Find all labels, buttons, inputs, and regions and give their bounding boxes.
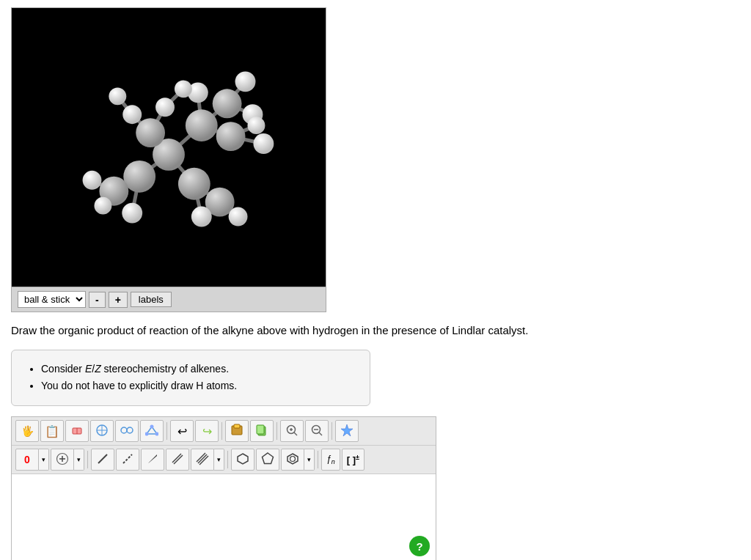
svg-point-42: [122, 105, 142, 124]
atom-selector: 0 ▾: [15, 449, 49, 471]
sep1: [166, 422, 167, 440]
circle-ring-button[interactable]: [281, 449, 304, 471]
svg-point-39: [229, 207, 248, 226]
single-bond-icon: [96, 452, 109, 468]
bold-bond-button[interactable]: [141, 449, 164, 471]
ring-selector: ▾: [281, 449, 315, 471]
undo-button[interactable]: ↩: [170, 420, 194, 442]
dashed-bond-button[interactable]: [116, 449, 139, 471]
bracket-button[interactable]: [ ]±: [342, 449, 364, 471]
svg-point-35: [253, 133, 274, 154]
eraser-icon: [70, 424, 84, 439]
svg-point-45: [175, 80, 192, 97]
hand-icon: 🖐: [21, 425, 34, 437]
pentagon-ring-button[interactable]: [256, 449, 279, 471]
svg-marker-82: [238, 454, 248, 464]
clean-button[interactable]: [335, 420, 359, 442]
hand-tool-button[interactable]: 🖐: [15, 420, 39, 442]
hint-item-1: Consider E/Z stereochemistry of alkenes.: [41, 361, 355, 378]
help-button[interactable]: ?: [409, 536, 430, 556]
template-icon: [230, 424, 243, 439]
molecule-viewer: ball & stick spacefill wireframe stick -…: [11, 7, 326, 312]
toolbar-row-1: 🖐 📋: [12, 417, 436, 446]
svg-point-85: [290, 456, 296, 461]
compass-icon: [95, 424, 109, 439]
charge-selector: ▾: [51, 449, 84, 471]
drawing-area: 🖐 📋: [11, 416, 436, 560]
draw-canvas[interactable]: ?: [12, 474, 436, 560]
question-text: Draw the organic product of reaction of …: [11, 323, 740, 339]
bracket-icon: [ ]±: [347, 454, 359, 465]
svg-point-43: [109, 87, 126, 105]
clipboard-button[interactable]: 📋: [40, 420, 64, 442]
svg-point-41: [94, 197, 111, 215]
double-bond-button[interactable]: [166, 449, 189, 471]
hint-item-2: You do not have to explicitly draw H ato…: [41, 377, 355, 395]
pentagon-icon: [261, 452, 274, 468]
svg-point-28: [213, 89, 242, 118]
toolbar-row-2: 0 ▾ ▾: [12, 446, 436, 474]
view-mode-select[interactable]: ball & stick spacefill wireframe stick: [18, 291, 86, 308]
subscript-button[interactable]: ƒn: [321, 449, 340, 471]
template-button[interactable]: [225, 420, 249, 442]
sep2: [221, 422, 222, 440]
clean-icon: [340, 424, 353, 439]
charge-dropdown-arrow[interactable]: ▾: [74, 449, 84, 471]
svg-line-74: [98, 454, 107, 463]
sep5: [87, 451, 88, 468]
molecule-canvas: [12, 8, 326, 287]
zoom-out-tool-button[interactable]: [305, 420, 329, 442]
hexagon-icon: [236, 452, 249, 468]
compass-button[interactable]: [90, 420, 114, 442]
hint-box: Consider E/Z stereochemistry of alkenes.…: [11, 350, 370, 407]
copy-icon: [255, 424, 268, 439]
svg-point-38: [191, 207, 212, 227]
svg-point-29: [216, 122, 246, 151]
svg-point-40: [83, 171, 102, 190]
zoom-in-button[interactable]: +: [109, 292, 128, 308]
double-bond-icon: [171, 452, 184, 468]
sep4: [331, 422, 332, 440]
svg-point-27: [136, 118, 165, 147]
sep7: [318, 451, 318, 468]
svg-line-64: [294, 432, 297, 435]
charge-plus-button[interactable]: [51, 449, 74, 471]
copy-button[interactable]: [250, 420, 274, 442]
ring-dropdown-arrow[interactable]: ▾: [304, 449, 315, 471]
svg-line-75: [123, 454, 132, 463]
zoom-out-button[interactable]: -: [89, 292, 106, 308]
svg-marker-84: [287, 454, 298, 464]
hint-list: Consider E/Z stereochemistry of alkenes.…: [26, 361, 355, 396]
subscript-icon: ƒn: [326, 454, 335, 465]
svg-point-44: [155, 97, 175, 117]
svg-point-24: [186, 109, 218, 141]
svg-point-36: [247, 117, 265, 134]
chain-tool-button[interactable]: [115, 420, 139, 442]
circle-ring-icon: [286, 452, 299, 468]
svg-point-33: [235, 71, 256, 92]
svg-marker-76: [148, 454, 157, 463]
svg-point-26: [178, 168, 210, 200]
triple-bond-button[interactable]: [191, 449, 214, 471]
chain-icon: [120, 424, 133, 439]
sep6: [227, 451, 228, 468]
molecule-toolbar: ball & stick spacefill wireframe stick -…: [12, 287, 326, 312]
atom-c-label: 0: [24, 454, 30, 465]
atom-dropdown-arrow[interactable]: ▾: [39, 449, 49, 471]
redo-button[interactable]: ↪: [195, 420, 219, 442]
bond-dropdown-arrow[interactable]: ▾: [214, 449, 224, 471]
hexagon-ring-button[interactable]: [231, 449, 254, 471]
svg-point-57: [150, 424, 154, 428]
atom-c-button[interactable]: 0: [15, 449, 39, 471]
eraser-button[interactable]: [65, 420, 89, 442]
bold-bond-icon: [146, 452, 159, 468]
svg-marker-70: [341, 424, 353, 436]
sep3: [276, 422, 277, 440]
svg-point-25: [123, 161, 155, 193]
zoom-in-icon: [285, 424, 298, 439]
branch-tool-button[interactable]: [140, 420, 164, 442]
zoom-in-tool-button[interactable]: [280, 420, 304, 442]
single-bond-button[interactable]: [91, 449, 114, 471]
clipboard-icon: 📋: [45, 424, 59, 438]
labels-button[interactable]: labels: [131, 292, 172, 307]
